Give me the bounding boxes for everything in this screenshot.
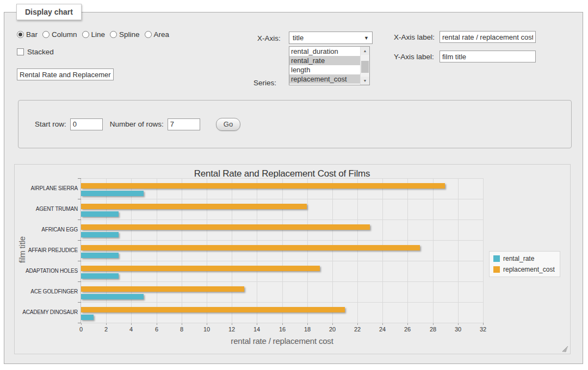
gridline (81, 281, 483, 282)
x-axis-label-label: X-Axis label: (394, 33, 435, 41)
y-axis-line (81, 178, 81, 323)
stacked-checkbox[interactable] (17, 48, 24, 55)
stacked-label: Stacked (27, 48, 54, 56)
chart-title-input[interactable] (17, 68, 114, 80)
gridline (81, 302, 483, 303)
chart-plot-area: AIRPLANE SIERRAAGENT TRUMANAFRICAN EGGAF… (81, 178, 483, 323)
legend-item-replacement_cost[interactable]: replacement_cost (493, 266, 555, 273)
x-axis-tick-label: 16 (274, 326, 290, 333)
num-rows-label: Number of rows: (110, 120, 164, 128)
chart-type-column[interactable]: Column (42, 30, 77, 39)
rental_rate-bar (81, 211, 119, 217)
y-axis-title: film title (17, 220, 27, 280)
rows-panel: Start row: Number of rows: Go (18, 100, 572, 148)
chart-type-radio-group: BarColumnLineSplineArea (17, 30, 169, 39)
rental_rate-bar (81, 232, 119, 237)
x-axis-tick-label: 22 (349, 326, 366, 333)
gridline (207, 178, 207, 323)
start-row-input[interactable] (70, 118, 103, 130)
gridline (232, 178, 232, 323)
gridline (81, 261, 483, 261)
chart-legend: rental_ratereplacement_cost (489, 251, 560, 277)
x-axis-selected-value: title (293, 34, 304, 42)
x-axis-tick-label: 28 (425, 326, 441, 333)
go-button[interactable]: Go (216, 118, 240, 131)
gridline (81, 178, 483, 179)
legend-swatch-icon (493, 255, 500, 262)
x-axis-tick-label: 18 (299, 326, 315, 333)
scroll-down-icon[interactable]: ▼ (361, 77, 369, 85)
y-axis-tick (78, 220, 81, 220)
replacement_cost-bar (81, 224, 370, 230)
gridline (131, 178, 132, 323)
y-axis-tick (78, 281, 81, 282)
scroll-up-icon[interactable]: ▲ (361, 47, 369, 55)
radio-icon (110, 31, 117, 38)
x-axis-title: rental rate / replacement cost (81, 336, 483, 346)
x-axis-tick-label: 24 (374, 326, 391, 333)
gridline (307, 178, 308, 323)
scrollbar-thumb[interactable] (361, 61, 369, 73)
resize-grip-icon[interactable] (562, 346, 568, 352)
x-axis-tick-label: 10 (199, 326, 215, 333)
y-axis-tick (78, 302, 81, 303)
replacement_cost-bar (81, 204, 307, 209)
series-option-rental_rate[interactable]: rental_rate (289, 56, 361, 65)
x-axis-tick-label: 6 (148, 326, 165, 333)
legend-item-rental_rate[interactable]: rental_rate (493, 255, 555, 262)
radio-icon (42, 31, 49, 38)
y-axis-tick (78, 261, 81, 261)
x-axis-label-input[interactable] (440, 31, 536, 43)
gridline (257, 178, 257, 323)
category-label: AGENT TRUMAN (7, 206, 78, 212)
y-axis-label-input[interactable] (440, 51, 536, 62)
series-scrollbar[interactable]: ▲ ▼ (360, 47, 369, 85)
chart-container: Rental Rate and Replacement Cost of Film… (14, 164, 571, 354)
series-select-label: Series: (253, 79, 276, 87)
gridline (282, 178, 283, 323)
replacement_cost-bar (81, 307, 345, 312)
y-axis-tick (78, 323, 81, 323)
gridline (483, 178, 484, 323)
x-axis-tick-label: 30 (450, 326, 466, 333)
category-label: AIRPLANE SIERRA (7, 185, 78, 191)
rental_rate-bar (81, 273, 119, 279)
replacement_cost-bar (81, 245, 420, 250)
legend-label: replacement_cost (503, 266, 555, 273)
num-rows-input[interactable] (168, 118, 200, 130)
chart-type-line[interactable]: Line (82, 30, 106, 39)
gridline (81, 220, 483, 220)
gridline (458, 178, 459, 323)
start-row-label: Start row: (35, 120, 66, 128)
y-axis-label-label: Y-Axis label: (394, 53, 434, 61)
chart-type-spline[interactable]: Spline (110, 30, 140, 39)
stacked-checkbox-row[interactable]: Stacked (17, 48, 54, 56)
gridline (81, 323, 483, 323)
y-axis-tick (78, 199, 81, 199)
x-axis-select[interactable]: title ▼ (289, 32, 373, 44)
radio-icon (145, 31, 152, 38)
radio-label: Area (154, 30, 170, 39)
gridline (357, 178, 358, 323)
rental_rate-bar (81, 294, 144, 299)
y-axis-tick (78, 178, 81, 179)
radio-label: Line (91, 30, 106, 39)
gridline (407, 178, 408, 323)
gridline (106, 178, 107, 323)
x-axis-tick-label: 20 (324, 326, 341, 333)
x-axis-tick-label: 32 (475, 326, 491, 333)
series-multiselect[interactable]: rental_durationrental_ratelengthreplacem… (289, 46, 370, 85)
chart-type-area[interactable]: Area (145, 30, 170, 39)
gridline (81, 199, 483, 199)
gridline (182, 178, 182, 323)
series-option-replacement_cost[interactable]: replacement_cost (289, 74, 361, 84)
series-option-rental_duration[interactable]: rental_duration (289, 47, 361, 56)
series-option-length[interactable]: length (289, 65, 361, 74)
legend-swatch-icon (493, 266, 500, 273)
gridline (382, 178, 383, 323)
gridline (332, 178, 333, 323)
chart-type-bar[interactable]: Bar (17, 30, 38, 39)
x-axis-tick-label: 2 (98, 326, 114, 333)
replacement_cost-bar (81, 286, 244, 292)
display-chart-panel: Display chart BarColumnLineSplineArea St… (4, 12, 583, 364)
